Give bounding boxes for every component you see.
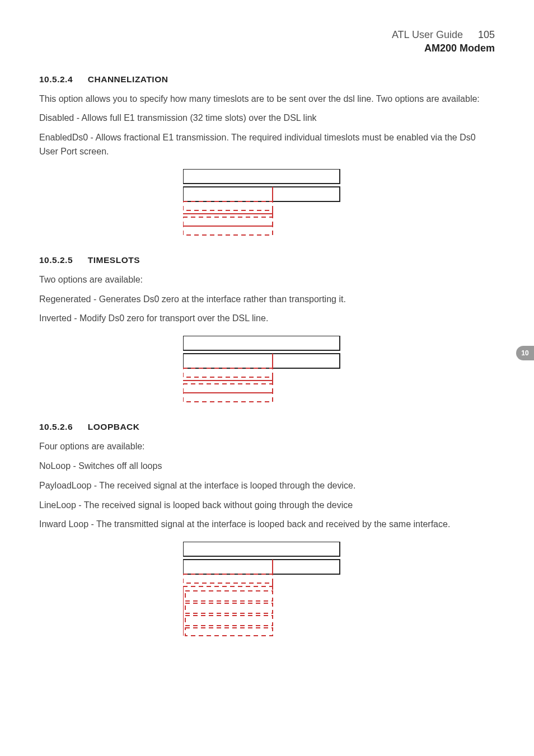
paragraph: Two options are available:	[39, 273, 495, 287]
section-title: LOOPBACK	[88, 422, 140, 431]
svg-rect-11	[183, 368, 273, 377]
section-heading-loopback: 10.5.2.6 LOOPBACK	[39, 422, 495, 432]
paragraph: Inverted - Modify Ds0 zero for transport…	[39, 312, 495, 326]
doc-subtitle: AM200 Modem	[39, 41, 495, 55]
svg-rect-6	[183, 217, 273, 226]
svg-rect-26	[185, 628, 273, 636]
section-heading-timeslots: 10.5.2.5 TIMESLOTS	[39, 255, 495, 265]
svg-rect-3	[183, 201, 273, 210]
section-title: CHANNELIZATION	[88, 74, 168, 84]
paragraph: LineLoop - The received signal is looped…	[39, 499, 495, 513]
section-number: 10.5.2.6	[39, 422, 85, 432]
page-number: 105	[478, 29, 495, 40]
paragraph: PayloadLoop - The received signal at the…	[39, 479, 495, 493]
document-page: ATL User Guide 105 AM200 Modem 10.5.2.4 …	[0, 0, 534, 756]
chapter-tab: 10	[516, 346, 534, 360]
diagram-loopback	[39, 542, 495, 642]
section-title: TIMESLOTS	[88, 255, 140, 265]
paragraph: Four options are available:	[39, 440, 495, 454]
svg-rect-25	[185, 616, 273, 626]
svg-rect-16	[183, 542, 340, 556]
paragraph: Disabled - Allows full E1 transmission (…	[39, 111, 495, 125]
section-heading-channelization: 10.5.2.4 CHANNELIZATION	[39, 74, 495, 84]
paragraph: Regenerated - Generates Ds0 zero at the …	[39, 293, 495, 307]
paragraph: NoLoop - Switches off all loops	[39, 459, 495, 473]
section-number: 10.5.2.4	[39, 74, 85, 84]
svg-rect-23	[185, 591, 273, 601]
svg-rect-7	[183, 226, 273, 235]
paragraph: EnabledDs0 - Allows fractional E1 transm…	[39, 131, 495, 159]
diagram-channelization	[39, 169, 495, 236]
svg-rect-17	[183, 560, 340, 574]
diagram-timeslots	[39, 336, 495, 403]
section-number: 10.5.2.5	[39, 255, 85, 265]
svg-rect-24	[185, 603, 273, 613]
svg-rect-1	[183, 187, 340, 201]
doc-title: ATL User Guide	[392, 29, 463, 40]
page-header: ATL User Guide 105 AM200 Modem	[39, 28, 495, 55]
svg-rect-9	[183, 354, 340, 368]
svg-rect-8	[183, 336, 340, 350]
svg-rect-14	[183, 384, 273, 393]
svg-rect-19	[183, 574, 273, 583]
paragraph: This option allows you to specify how ma…	[39, 92, 495, 106]
paragraph: Inward Loop - The transmitted signal at …	[39, 518, 495, 532]
svg-rect-0	[183, 169, 340, 184]
svg-rect-15	[183, 393, 273, 402]
